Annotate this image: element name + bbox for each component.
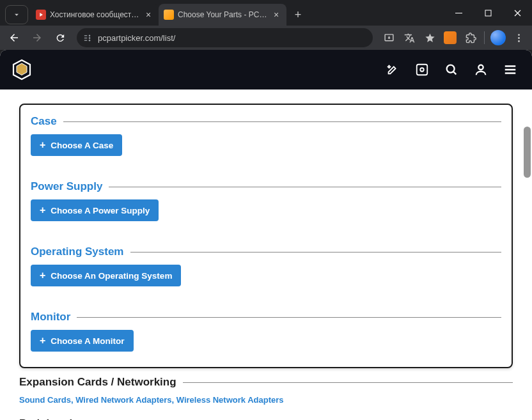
hamburger-menu-icon[interactable]: [499, 58, 522, 81]
address-bar[interactable]: pcpartpicker.com/list/: [77, 28, 373, 47]
window-close[interactable]: [503, 0, 532, 26]
reload-button[interactable]: [50, 27, 70, 48]
translate-icon[interactable]: [400, 27, 419, 48]
install-app-icon[interactable]: [379, 27, 398, 48]
component-section: Case + Choose A Case: [31, 115, 501, 156]
tab-favicon: [36, 10, 46, 20]
choose-button-label: Choose An Operating System: [51, 271, 172, 281]
extension-metamask[interactable]: [441, 27, 460, 48]
settings-gear-icon[interactable]: [411, 58, 434, 81]
section-title: Monitor: [31, 311, 70, 323]
section-title: Power Supply: [31, 180, 102, 193]
browser-titlebar: Хостинговое сообщество «Tim × Choose You…: [0, 0, 532, 26]
browser-toolbar: pcpartpicker.com/list/: [0, 26, 532, 50]
window-controls: [444, 0, 532, 26]
svg-marker-13: [17, 63, 27, 75]
svg-point-5: [89, 35, 91, 36]
tab-favicon: [164, 10, 174, 20]
new-tab-button[interactable]: +: [289, 6, 307, 24]
browser-tab-active[interactable]: Choose Your Parts - PCPartPicker ×: [159, 4, 286, 26]
choose-button[interactable]: + Choose A Power Supply: [31, 199, 159, 221]
section-title: Case: [31, 115, 57, 128]
section-rule: [183, 382, 513, 383]
component-section: Monitor + Choose A Monitor: [31, 311, 501, 352]
tab-search-dropdown[interactable]: [5, 5, 28, 24]
sublinks: Sound Cards, Wired Network Adapters, Wir…: [19, 395, 513, 405]
separator: [484, 31, 485, 44]
section-title: Expansion Cards / Networking: [19, 376, 176, 389]
section-rule: [63, 121, 501, 122]
svg-point-7: [89, 40, 91, 42]
svg-rect-1: [485, 10, 491, 16]
svg-rect-14: [417, 65, 428, 75]
tab-close-icon[interactable]: ×: [143, 10, 153, 20]
tab-close-icon[interactable]: ×: [271, 10, 281, 20]
component-section: Power Supply + Choose A Power Supply: [31, 180, 501, 221]
svg-rect-0: [455, 13, 462, 13]
browser-tab-inactive[interactable]: Хостинговое сообщество «Tim ×: [31, 4, 159, 26]
sublink[interactable]: Wireless Network Adapters: [176, 395, 284, 405]
site-logo[interactable]: [10, 58, 33, 81]
svg-point-11: [518, 40, 520, 42]
choose-button-label: Choose A Case: [51, 141, 113, 150]
component-section: Operating System + Choose An Operating S…: [31, 245, 501, 286]
bookmark-icon[interactable]: [420, 27, 439, 48]
plus-icon: +: [40, 270, 45, 281]
section-rule: [130, 252, 502, 253]
site-settings-icon[interactable]: [83, 33, 93, 43]
svg-rect-4: [84, 40, 87, 40]
svg-rect-3: [84, 37, 87, 38]
svg-point-10: [518, 37, 520, 39]
window-minimize[interactable]: [444, 0, 473, 26]
choose-button-label: Choose A Power Supply: [51, 206, 150, 215]
lower-sections: Expansion Cards / Networking Sound Cards…: [19, 376, 513, 420]
svg-rect-2: [84, 35, 87, 36]
search-icon[interactable]: [440, 58, 463, 81]
choose-button-label: Choose A Monitor: [51, 336, 124, 346]
choose-button[interactable]: + Choose An Operating System: [31, 265, 181, 286]
site-header: [0, 50, 532, 89]
menu-icon[interactable]: [509, 27, 528, 48]
tools-icon[interactable]: [381, 58, 404, 81]
tab-title: Хостинговое сообщество «Tim: [50, 10, 139, 19]
choose-button[interactable]: + Choose A Monitor: [31, 330, 134, 352]
choose-button[interactable]: + Choose A Case: [31, 134, 122, 156]
section-rule: [77, 317, 501, 318]
user-icon[interactable]: [469, 58, 492, 81]
section-title: Operating System: [31, 245, 124, 258]
scrollbar[interactable]: [522, 50, 532, 420]
svg-point-15: [420, 68, 424, 72]
svg-point-6: [89, 37, 91, 39]
extensions-icon[interactable]: [461, 27, 480, 48]
sublink[interactable]: Sound Cards: [19, 395, 71, 405]
tab-title: Choose Your Parts - PCPartPicker: [178, 10, 267, 19]
scrollbar-thumb[interactable]: [524, 127, 531, 178]
boxed-sections: Case + Choose A Case Power Supply + Choo…: [19, 104, 513, 368]
component-section: Expansion Cards / Networking Sound Cards…: [19, 376, 513, 405]
sublink[interactable]: Wired Network Adapters: [75, 395, 171, 405]
plus-icon: +: [40, 205, 45, 215]
back-button[interactable]: [4, 27, 24, 48]
plus-icon: +: [40, 336, 45, 346]
url-text: pcpartpicker.com/list/: [98, 33, 366, 43]
page-content: Case + Choose A Case Power Supply + Choo…: [0, 50, 532, 420]
svg-line-17: [453, 72, 456, 74]
svg-point-18: [478, 65, 483, 70]
svg-point-16: [447, 65, 455, 73]
plus-icon: +: [40, 140, 45, 150]
forward-button[interactable]: [27, 27, 47, 48]
window-maximize[interactable]: [473, 0, 503, 26]
profile-avatar[interactable]: [489, 27, 508, 48]
svg-point-9: [518, 34, 520, 36]
component-section: Peripherals: [19, 417, 513, 420]
section-rule: [109, 187, 501, 187]
section-title: Peripherals: [19, 417, 79, 420]
